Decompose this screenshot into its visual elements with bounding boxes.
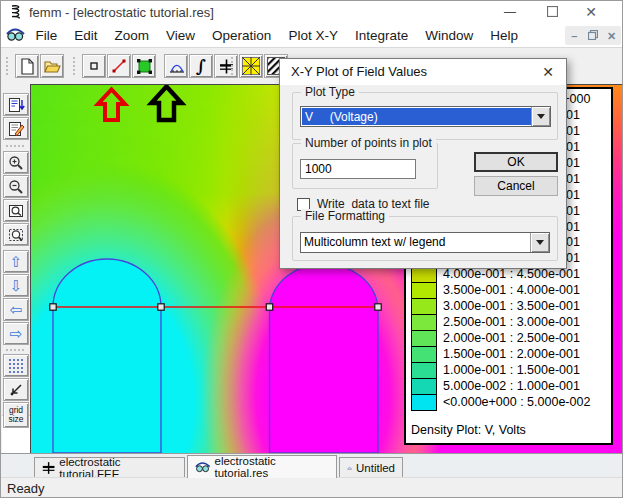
plot-curve-icon bbox=[168, 58, 185, 74]
menu-item-integrate[interactable]: Integrate bbox=[346, 24, 416, 48]
legend-row: 3.500e-001 : 4.000e-001 bbox=[411, 283, 609, 299]
plot-type-combo[interactable]: V (Voltage) bbox=[300, 106, 551, 127]
tab-label: electrostatic tutorial.FEE bbox=[59, 456, 177, 480]
sidebar-handle bbox=[6, 145, 24, 148]
integral-button[interactable]: ∫ bbox=[189, 54, 213, 78]
pan-down-icon: ⇩ bbox=[10, 278, 23, 293]
legend-swatch bbox=[411, 298, 437, 315]
legend-range-text: 3.500e-001 : 4.000e-001 bbox=[443, 283, 580, 299]
edit-document-button[interactable] bbox=[3, 117, 29, 140]
node-marker[interactable] bbox=[50, 304, 56, 310]
legend-swatch bbox=[411, 346, 437, 363]
menu-item-file[interactable]: File bbox=[27, 24, 66, 48]
document-tab-bar: electrostatic tutorial.FEE electrostatic… bbox=[1, 453, 623, 477]
file-formatting-combo[interactable]: Multicolumn text w/ legend bbox=[300, 232, 550, 253]
legend-swatch bbox=[411, 378, 437, 395]
left-electrode-boundary[interactable] bbox=[53, 259, 161, 453]
legend-row: <0.000e+000 : 5.000e-002 bbox=[411, 395, 609, 411]
close-button[interactable]: ✕ bbox=[572, 1, 610, 23]
zoom-in-button[interactable] bbox=[3, 151, 29, 174]
node-marker[interactable] bbox=[158, 304, 164, 310]
menu-item-plot-x-y[interactable]: Plot X-Y bbox=[280, 24, 347, 48]
menu-item-operation[interactable]: Operation bbox=[204, 24, 280, 48]
legend-range-text: <0.000e+000 : 5.000e-002 bbox=[443, 395, 590, 411]
plot-type-label: Plot Type bbox=[301, 85, 359, 99]
tab-label: electrostatic tutorial.res bbox=[215, 455, 330, 479]
chevron-down-icon[interactable] bbox=[530, 233, 549, 252]
area-mode-icon bbox=[136, 58, 153, 75]
toolbar-separator bbox=[231, 57, 234, 75]
dialog-title-bar[interactable]: X-Y Plot of Field Values ✕ bbox=[280, 59, 566, 85]
maximize-button[interactable] bbox=[533, 1, 571, 23]
line-mode-button[interactable] bbox=[107, 54, 131, 78]
node-marker[interactable] bbox=[375, 304, 381, 310]
xy-plot-dialog: X-Y Plot of Field Values ✕ Plot Type V (… bbox=[279, 58, 567, 269]
status-bar: Ready bbox=[1, 477, 623, 498]
pan-down-button[interactable]: ⇩ bbox=[3, 274, 29, 297]
pan-left-button[interactable]: ⇦ bbox=[3, 298, 29, 321]
area-mode-button[interactable] bbox=[132, 54, 156, 78]
legend-row: 2.500e-001 : 3.000e-001 bbox=[411, 315, 609, 331]
menu-item-help[interactable]: Help bbox=[482, 24, 527, 48]
menu-item-window[interactable]: Window bbox=[417, 24, 482, 48]
menu-bar: FileEditZoomViewOperationPlot X-YIntegra… bbox=[1, 23, 623, 48]
mdi-restore-button[interactable] bbox=[584, 28, 601, 44]
results-list-icon bbox=[8, 97, 25, 113]
chevron-down-icon[interactable] bbox=[531, 107, 550, 126]
conductor-props-button[interactable] bbox=[214, 54, 238, 78]
grid-size-button[interactable]: grid size bbox=[3, 402, 29, 428]
cancel-button[interactable]: Cancel bbox=[474, 176, 558, 196]
sidebar: ⇧ ⇩ ⇦ ⇨ grid size bbox=[1, 85, 31, 453]
show-grid-button[interactable] bbox=[3, 354, 29, 377]
ok-button[interactable]: OK bbox=[474, 152, 558, 172]
menu-item-view[interactable]: View bbox=[158, 24, 204, 48]
mdi-controls: – ✕ bbox=[565, 26, 621, 45]
show-mesh-button[interactable] bbox=[239, 54, 263, 78]
zoom-out-button[interactable] bbox=[3, 175, 29, 198]
zoom-window-button[interactable] bbox=[3, 223, 29, 246]
pan-right-button[interactable]: ⇨ bbox=[3, 322, 29, 345]
toolbar-separator bbox=[6, 57, 9, 75]
points-input[interactable]: 1000 bbox=[300, 159, 416, 179]
mdi-close-button[interactable]: ✕ bbox=[603, 28, 620, 44]
legend-row: 3.000e-001 : 3.500e-001 bbox=[411, 299, 609, 315]
mdi-restore-icon bbox=[588, 30, 598, 40]
dialog-title: X-Y Plot of Field Values bbox=[291, 64, 427, 79]
pan-up-button[interactable]: ⇧ bbox=[3, 250, 29, 273]
zoom-out-icon bbox=[8, 179, 24, 195]
tab-electrostatic-tutorial-fee[interactable]: electrostatic tutorial.FEE bbox=[34, 457, 185, 477]
femm-glasses-icon bbox=[6, 27, 25, 43]
femm-glasses-icon bbox=[195, 461, 211, 474]
points-label: Number of points in plot bbox=[301, 136, 436, 150]
minimize-button[interactable]: — bbox=[491, 1, 529, 23]
point-mode-button[interactable] bbox=[82, 54, 106, 78]
snap-grid-button[interactable] bbox=[3, 378, 29, 401]
legend-swatch bbox=[411, 330, 437, 347]
dialog-close-icon[interactable]: ✕ bbox=[542, 63, 554, 81]
tab-label: Untitled bbox=[356, 462, 395, 474]
legend-row: 1.500e-001 : 2.000e-001 bbox=[411, 347, 609, 363]
results-list-button[interactable] bbox=[3, 93, 29, 116]
toolbar-separator bbox=[73, 57, 76, 75]
mdi-minimize-button[interactable]: – bbox=[566, 28, 583, 44]
menu-item-zoom[interactable]: Zoom bbox=[106, 24, 158, 48]
tab-electrostatic-tutorial-res[interactable]: electrostatic tutorial.res bbox=[187, 455, 337, 478]
menu-items: FileEditZoomViewOperationPlot X-YIntegra… bbox=[27, 23, 526, 48]
maximize-icon bbox=[547, 6, 558, 17]
right-electrode-boundary[interactable] bbox=[270, 264, 379, 453]
menu-item-edit[interactable]: Edit bbox=[66, 24, 106, 48]
plot-curve-button[interactable] bbox=[164, 54, 188, 78]
file-formatting-value: Multicolumn text w/ legend bbox=[301, 233, 530, 252]
open-file-button[interactable] bbox=[40, 54, 64, 78]
legend-swatch bbox=[411, 394, 437, 411]
open-folder-icon bbox=[43, 59, 61, 74]
snap-grid-icon bbox=[8, 382, 24, 398]
grid-size-label: grid size bbox=[4, 406, 28, 425]
legend-caption: Density Plot: V, Volts bbox=[411, 423, 526, 437]
tab-untitled[interactable]: Untitled bbox=[339, 457, 403, 477]
new-file-button[interactable] bbox=[15, 54, 39, 78]
zoom-extents-button[interactable] bbox=[3, 199, 29, 222]
point-mode-icon bbox=[86, 58, 102, 74]
legend-range-text: 2.000e-001 : 2.500e-001 bbox=[443, 331, 580, 347]
node-marker[interactable] bbox=[266, 304, 272, 310]
